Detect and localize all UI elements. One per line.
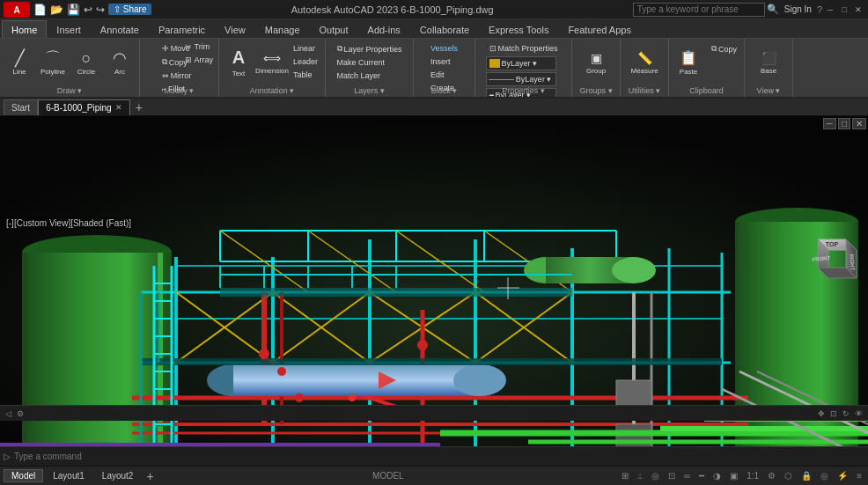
tab-parametric[interactable]: Parametric (149, 20, 215, 38)
layer-properties-button[interactable]: ⧉ Layer Properties (334, 42, 406, 55)
svg-rect-7 (22, 253, 27, 459)
otrack-indicator[interactable]: ∞ (681, 471, 693, 481)
array-button[interactable]: ⊞ Array (181, 54, 217, 66)
zoom-extents-button[interactable]: ⊡ (828, 409, 839, 418)
command-input[interactable] (14, 452, 864, 461)
view-controls-button[interactable]: 👁 (853, 409, 864, 418)
tab-expresstools[interactable]: Express Tools (479, 20, 558, 38)
svg-point-56 (612, 257, 656, 283)
viewport[interactable]: ─ □ ✕ [-][Custom View][Shaded (Fast)] (0, 116, 868, 459)
make-current-button[interactable]: Make Current (334, 56, 389, 69)
tab-view[interactable]: View (215, 20, 255, 38)
undo-icon[interactable]: ↩ (84, 4, 92, 16)
ribbon-group-annotation: A Text ⟺ Dimension Linear Leader Table A… (219, 39, 326, 97)
orbit-button[interactable]: ↻ (841, 409, 851, 418)
osnap-indicator[interactable]: ⊡ (666, 471, 678, 481)
tab-collaborate[interactable]: Collaborate (410, 20, 479, 38)
new-tab-button[interactable]: + (130, 99, 148, 116)
search-icon[interactable]: 🔍 (767, 4, 779, 15)
tab-manage[interactable]: Manage (255, 20, 310, 38)
ortho-indicator[interactable]: ⟂ (635, 471, 645, 481)
lock-indicator[interactable]: 🔒 (798, 471, 814, 481)
isolate-indicator[interactable]: ◎ (818, 471, 831, 481)
tab-insert[interactable]: Insert (47, 20, 91, 38)
viewport-settings-icon[interactable]: ⚙ (15, 409, 26, 418)
match-layer-button[interactable]: Match Layer (334, 70, 385, 82)
tab-annotate[interactable]: Annotate (91, 20, 149, 38)
ribbon-group-vessels: Vessels Insert Edit Create Block ▾ (414, 39, 475, 97)
viewport-maximize-button[interactable]: □ (838, 118, 850, 129)
status-tab-layout2[interactable]: Layout2 (94, 469, 142, 482)
minimize-button[interactable]: ─ (824, 4, 836, 16)
leader-button[interactable]: Leader (290, 55, 321, 68)
hardware-acceleration-indicator[interactable]: ⚡ (835, 471, 850, 481)
measure-button[interactable]: 📏 Measure (629, 42, 660, 83)
group-button[interactable]: ▣ Group (580, 42, 612, 83)
lineweight-indicator[interactable]: ━ (696, 471, 707, 481)
ribbon-group-groups: ▣ Group Groups ▾ (572, 39, 621, 97)
trim-button[interactable]: ✂ Trim (181, 40, 217, 53)
status-tab-layout1[interactable]: Layout1 (45, 469, 92, 482)
color-dropdown[interactable]: ByLayer ▾ (486, 56, 556, 70)
polyline-button[interactable]: ⌒ Polyline (37, 42, 69, 83)
dimension-button[interactable]: ⟺ Dimension (256, 42, 288, 83)
pan-button[interactable]: ✥ (816, 409, 827, 418)
title-bar-title: Autodesk AutoCAD 2023 6-B-1000_Piping.dw… (151, 4, 632, 15)
circle-button[interactable]: ○ Circle (70, 42, 102, 83)
sign-in-button[interactable]: Sign In (781, 4, 815, 14)
settings-icon[interactable]: ≡ (854, 471, 864, 481)
viewport-minimize-button[interactable]: ─ (823, 118, 836, 129)
doc-tab-piping[interactable]: 6-B-1000_Piping ✕ (38, 99, 130, 115)
doc-tab-close[interactable]: ✕ (115, 103, 122, 112)
ribbon-group-view: ⬛ Base View ▾ (745, 39, 793, 97)
match-properties-button[interactable]: ⊡ Match Properties (486, 42, 562, 55)
layers-icon: ⧉ (337, 44, 342, 54)
close-button[interactable]: ✕ (852, 4, 864, 16)
transparency-indicator[interactable]: ◑ (710, 471, 724, 481)
status-tab-model[interactable]: Model (4, 469, 43, 482)
search-input[interactable] (633, 3, 765, 17)
grid-snap-indicator[interactable]: ⊞ (619, 471, 631, 481)
open-icon[interactable]: 📂 (50, 4, 63, 16)
add-layout-button[interactable]: + (143, 469, 157, 483)
tab-home[interactable]: Home (2, 20, 47, 38)
table-button[interactable]: Table (290, 69, 321, 81)
base-button[interactable]: ⬛ Base (753, 42, 784, 83)
share-button[interactable]: ⇧ Share (108, 4, 151, 15)
new-icon[interactable]: 📄 (33, 4, 47, 16)
viewport-close-button[interactable]: ✕ (852, 118, 866, 129)
maximize-button[interactable]: □ (838, 4, 850, 16)
arc-icon: ◠ (113, 50, 127, 66)
annotation-scale-indicator[interactable]: 1:1 (744, 471, 761, 481)
vessels-label: Vessels (427, 42, 461, 55)
autocad-logo-icon[interactable]: A (4, 2, 30, 18)
help-icon[interactable]: ? (817, 4, 822, 15)
back-viewport-button[interactable]: ◁ (4, 409, 13, 418)
tab-addins[interactable]: Add-ins (358, 20, 410, 38)
draw-group-label: Draw ▾ (0, 86, 139, 95)
clipboard-copy-button[interactable]: ⧉ Copy (708, 42, 740, 55)
base-label: Base (761, 67, 776, 75)
workspace-button[interactable]: ⚙ (765, 471, 778, 481)
doc-tab-start[interactable]: Start (4, 99, 38, 115)
units-indicator[interactable]: ⬡ (782, 471, 795, 481)
svg-rect-51 (233, 364, 480, 396)
edit-button[interactable]: Edit (427, 69, 448, 81)
text-button[interactable]: A Text (223, 42, 254, 83)
insert-button[interactable]: Insert (427, 55, 454, 68)
viewcube[interactable]: TOP FRONT RIGHT (802, 231, 859, 290)
paste-button[interactable]: 📋 Paste (673, 42, 704, 83)
polar-indicator[interactable]: ◎ (649, 471, 662, 481)
svg-point-73 (417, 340, 428, 350)
redo-icon[interactable]: ↪ (96, 4, 105, 16)
linetype-dropdown[interactable]: ───── ByLayer ▾ (486, 72, 556, 86)
selection-indicator[interactable]: ▣ (727, 471, 740, 481)
status-bar: Model Layout1 Layout2 + MODEL ⊞ ⟂ ◎ ⊡ ∞ … (0, 466, 868, 485)
save-icon[interactable]: 💾 (67, 4, 80, 16)
arc-button[interactable]: ◠ Arc (104, 42, 136, 83)
tab-featuredapps[interactable]: Featured Apps (558, 20, 641, 38)
line-button[interactable]: ╱ Line (4, 42, 35, 83)
tab-output[interactable]: Output (310, 20, 358, 38)
title-bar: A 📄 📂 💾 ↩ ↪ ⇧ Share Autodesk AutoCAD 202… (0, 0, 868, 19)
linear-button[interactable]: Linear (290, 42, 321, 55)
